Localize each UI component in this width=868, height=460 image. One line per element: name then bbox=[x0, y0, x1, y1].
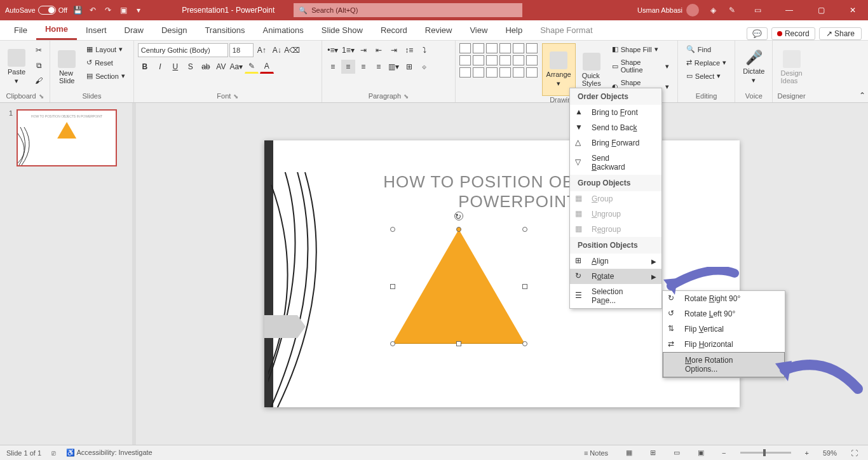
clear-format-icon[interactable]: A⌫ bbox=[285, 43, 299, 57]
shape-arc-icon[interactable] bbox=[459, 67, 471, 78]
tab-insert[interactable]: Insert bbox=[77, 20, 116, 40]
slide-canvas-area[interactable]: HOW TO POSITION OBJECTS IN POWERPOINT ↻ bbox=[136, 103, 868, 445]
resize-handle-ne[interactable] bbox=[522, 227, 527, 232]
decrease-indent-icon[interactable]: ⇤ bbox=[372, 43, 386, 57]
zoom-slider[interactable] bbox=[740, 452, 791, 454]
close-icon[interactable]: ✕ bbox=[841, 0, 864, 20]
increase-indent-icon[interactable]: ⇥ bbox=[387, 43, 401, 57]
zoom-slider-thumb[interactable] bbox=[763, 449, 766, 456]
save-icon[interactable]: 💾 bbox=[72, 5, 83, 15]
notes-button[interactable]: ≡ Notes bbox=[580, 449, 612, 457]
pen-icon[interactable]: ✎ bbox=[727, 5, 737, 15]
search-input[interactable]: 🔍 Search (Alt+Q) bbox=[294, 3, 522, 17]
paste-button[interactable]: Paste▾ bbox=[4, 43, 29, 91]
tab-slideshow[interactable]: Slide Show bbox=[313, 20, 372, 40]
design-ideas-button[interactable]: Design Ideas bbox=[776, 43, 806, 91]
font-color-icon[interactable]: A bbox=[260, 60, 274, 74]
dialog-launcher-icon[interactable]: ⬊ bbox=[233, 93, 238, 100]
resize-handle-w[interactable] bbox=[390, 284, 395, 289]
align-center-icon[interactable]: ≡ bbox=[341, 60, 355, 74]
menu-send-to-back[interactable]: ▼Send to Back bbox=[570, 120, 661, 135]
resize-handle-nw[interactable] bbox=[390, 227, 395, 232]
line-spacing-icon[interactable]: ↕≡ bbox=[402, 43, 416, 57]
tab-file[interactable]: File bbox=[5, 20, 36, 40]
list-level-icon[interactable]: ⇥ bbox=[356, 43, 370, 57]
menu-selection-pane[interactable]: ☰Selection Pane... bbox=[570, 284, 661, 308]
status-language-icon[interactable]: ⎚ bbox=[51, 449, 56, 457]
menu-flip-vertical[interactable]: ⇅Flip Vertical bbox=[663, 321, 785, 337]
replace-button[interactable]: ⇄ Replace ▾ bbox=[682, 57, 731, 69]
autosave-toggle[interactable]: AutoSave Off bbox=[5, 6, 67, 15]
strike-button[interactable]: ab bbox=[199, 60, 213, 74]
zoom-out-icon[interactable]: − bbox=[718, 449, 729, 457]
dialog-launcher-icon[interactable]: ⬊ bbox=[39, 93, 44, 100]
resize-handle-se[interactable] bbox=[522, 341, 527, 346]
customize-qat-icon[interactable]: ▾ bbox=[133, 5, 144, 15]
shape-outline-button[interactable]: ▭ Shape Outline ▾ bbox=[607, 57, 674, 76]
character-spacing-icon[interactable]: AV bbox=[214, 60, 228, 74]
tab-record[interactable]: Record bbox=[372, 20, 416, 40]
shape-rtriangle-icon[interactable] bbox=[473, 55, 484, 65]
numbering-icon[interactable]: 1≡▾ bbox=[341, 43, 355, 57]
collapse-ribbon-icon[interactable]: ⌃ bbox=[859, 91, 865, 100]
shape-hexagon-icon[interactable] bbox=[526, 55, 538, 65]
font-name-input[interactable]: Century Gothic (Body) bbox=[138, 43, 228, 57]
shape-brace2-icon[interactable] bbox=[499, 67, 511, 78]
selected-triangle-shape[interactable]: ↻ bbox=[393, 229, 525, 344]
shape-pentagon-icon[interactable] bbox=[513, 55, 524, 65]
diamond-icon[interactable]: ◈ bbox=[708, 5, 718, 15]
tab-draw[interactable]: Draw bbox=[116, 20, 153, 40]
zoom-level[interactable]: 59% bbox=[823, 449, 837, 457]
resize-handle-e[interactable] bbox=[522, 284, 527, 289]
shape-brace-icon[interactable] bbox=[486, 67, 498, 78]
menu-send-backward[interactable]: ▽Send Backward bbox=[570, 151, 661, 175]
menu-rotate[interactable]: ↻Rotate▶ bbox=[570, 269, 661, 284]
tab-design[interactable]: Design bbox=[153, 20, 196, 40]
columns-icon[interactable]: ▥▾ bbox=[387, 60, 401, 74]
shape-rounded-icon[interactable] bbox=[526, 43, 538, 53]
tab-help[interactable]: Help bbox=[496, 20, 531, 40]
shadow-button[interactable]: S bbox=[184, 60, 198, 74]
shape-rarrow-icon[interactable] bbox=[486, 55, 498, 65]
tab-animations[interactable]: Animations bbox=[254, 20, 313, 40]
copy-icon[interactable]: ⧉ bbox=[32, 58, 46, 72]
shapes-gallery[interactable] bbox=[459, 43, 539, 96]
bold-button[interactable]: B bbox=[138, 60, 152, 74]
tab-transitions[interactable]: Transitions bbox=[196, 20, 254, 40]
view-sorter-icon[interactable]: ⊞ bbox=[646, 449, 660, 457]
shape-oval-icon[interactable] bbox=[513, 43, 524, 53]
user-account[interactable]: Usman Abbasi bbox=[637, 4, 699, 17]
tab-shape-format[interactable]: Shape Format bbox=[531, 20, 601, 40]
status-accessibility[interactable]: ♿ Accessibility: Investigate bbox=[66, 449, 153, 457]
zoom-in-icon[interactable]: + bbox=[801, 449, 813, 457]
menu-flip-horizontal[interactable]: ⇄Flip Horizontal bbox=[663, 337, 785, 352]
resize-handle-s[interactable] bbox=[456, 341, 461, 346]
increase-font-icon[interactable]: A↑ bbox=[255, 43, 269, 57]
fit-to-window-icon[interactable]: ⛶ bbox=[847, 449, 862, 457]
resize-handle-n[interactable] bbox=[456, 227, 461, 232]
menu-bring-to-front[interactable]: ▲Bring to Front bbox=[570, 105, 661, 120]
view-normal-icon[interactable]: ▦ bbox=[622, 449, 636, 457]
align-right-icon[interactable]: ≡ bbox=[356, 60, 370, 74]
tab-review[interactable]: Review bbox=[416, 20, 461, 40]
smartart-icon[interactable]: ⟐ bbox=[417, 60, 431, 74]
underline-button[interactable]: U bbox=[168, 60, 182, 74]
change-case-icon[interactable]: Aa▾ bbox=[229, 60, 243, 74]
view-reading-icon[interactable]: ▭ bbox=[670, 449, 684, 457]
reset-button[interactable]: ↺ Reset bbox=[82, 57, 130, 69]
italic-button[interactable]: I bbox=[153, 60, 167, 74]
shape-callout-icon[interactable] bbox=[526, 67, 538, 78]
dialog-launcher-icon[interactable]: ⬊ bbox=[403, 93, 409, 100]
layout-button[interactable]: ▦ Layout ▾ bbox=[82, 43, 130, 55]
format-painter-icon[interactable]: 🖌 bbox=[32, 74, 46, 88]
shape-curve-icon[interactable] bbox=[473, 67, 484, 78]
section-button[interactable]: ▤ Section ▾ bbox=[82, 70, 130, 82]
font-size-input[interactable]: 18 bbox=[229, 43, 254, 57]
menu-rotate-left[interactable]: ↺Rotate Left 90° bbox=[663, 306, 785, 321]
dictate-button[interactable]: 🎤Dictate▾ bbox=[739, 43, 768, 91]
shape-rect-icon[interactable] bbox=[499, 43, 511, 53]
minimize-icon[interactable]: — bbox=[778, 0, 801, 20]
record-button[interactable]: Record bbox=[771, 27, 815, 40]
shape-darrow-icon[interactable] bbox=[499, 55, 511, 65]
justify-icon[interactable]: ≡ bbox=[372, 60, 386, 74]
